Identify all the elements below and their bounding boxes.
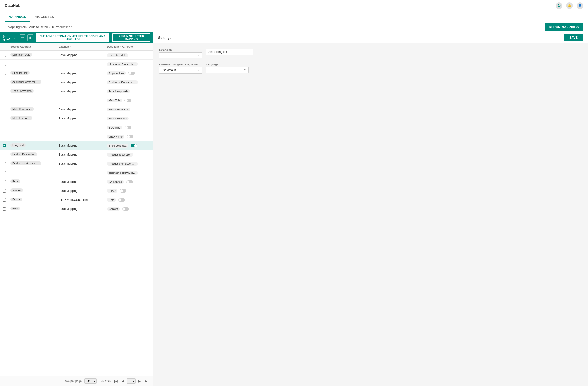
save-button[interactable]: SAVE (564, 34, 583, 41)
destination-attribute-pill: Content (107, 207, 120, 211)
back-arrow[interactable]: ‹ (5, 25, 6, 29)
row-checkbox[interactable] (3, 207, 6, 211)
extension-value: Basic Mapping (59, 90, 78, 93)
user-avatar[interactable]: 👤 (577, 2, 583, 9)
row-checkbox-cell (0, 170, 9, 175)
extension-cell (57, 100, 105, 101)
extension-value: Basic Mapping (59, 117, 78, 120)
source-attribute-pill: Tags / Keywords (10, 89, 34, 93)
destination-toggle[interactable] (127, 135, 133, 138)
destination-toggle[interactable] (122, 207, 129, 211)
source-attribute-cell: Long Text (9, 142, 57, 149)
extension-cell: Basic Mapping (57, 80, 105, 85)
extension-cell: ETLPIMToUCSBundleE (57, 197, 105, 203)
extension-label: Extension (159, 48, 202, 51)
table-header: Source Attribute Extension Destination A… (0, 43, 153, 51)
first-page-button[interactable]: |◀ (113, 379, 119, 383)
notification-icon[interactable]: 🔔 (566, 2, 573, 9)
table-row: Meta KeywordsBasic MappingMeta Keywords (0, 114, 153, 123)
row-checkbox[interactable] (3, 198, 6, 202)
rerun-mappings-button[interactable]: RERUN MAPPINGS (545, 23, 583, 31)
source-attribute-cell: Price (9, 178, 57, 185)
source-attribute-pill: Additional terms for sear (10, 80, 42, 84)
table-row: eBay Name (0, 132, 153, 141)
top-bar: DataHub ↻ 🔔 👤 (0, 0, 588, 11)
tab-processes[interactable]: PROCESSES (30, 13, 58, 22)
delete-button[interactable]: 🗑 (27, 34, 33, 41)
table-row: Product short descriptiorBasic MappingPr… (0, 159, 153, 168)
left-panel: (1 gewählt) ✏ 🗑 CUSTOM DESTINATION ATTRI… (0, 32, 153, 386)
app-title: DataHub (5, 3, 21, 8)
extension-cell (57, 63, 105, 65)
source-attribute-cell (9, 172, 57, 174)
source-attribute-pill: Long Text (10, 143, 26, 147)
row-checkbox[interactable] (3, 162, 6, 165)
destination-attribute-cell: Sets (105, 197, 153, 203)
source-attribute-cell: Meta Keywords (9, 115, 57, 122)
extension-value: Basic Mapping (59, 54, 78, 57)
row-checkbox[interactable] (3, 126, 6, 129)
extension-cell: Basic Mapping (57, 107, 105, 112)
tab-mappings[interactable]: MAPPINGS (5, 13, 30, 22)
row-checkbox[interactable] (3, 135, 6, 138)
destination-attribute-pill: Meta Title (107, 99, 122, 102)
row-checkbox[interactable] (3, 54, 6, 57)
prev-page-button[interactable]: ◀ (120, 379, 125, 383)
row-checkbox[interactable] (3, 117, 6, 120)
destination-toggle[interactable] (128, 72, 135, 75)
destination-attribute-pill: Supplier Link (107, 71, 126, 75)
table-row: PriceBasic MappingGrundpreis (0, 177, 153, 186)
destination-attribute-pill: Grundpreis (107, 180, 124, 184)
row-checkbox[interactable] (3, 144, 6, 147)
row-checkbox[interactable] (3, 108, 6, 111)
extension-cell: Basic Mapping (57, 161, 105, 166)
row-checkbox[interactable] (3, 180, 6, 183)
page-select[interactable]: 1 (127, 378, 136, 384)
extension-value: Basic Mapping (59, 81, 78, 84)
destination-toggle[interactable] (125, 126, 131, 129)
row-checkbox[interactable] (3, 171, 6, 174)
edit-button[interactable]: ✏ (20, 34, 25, 41)
shop-long-text-input[interactable]: Shop Long text (206, 48, 253, 55)
source-attribute-pill: Expiration Date (10, 53, 32, 57)
row-checkbox[interactable] (3, 63, 6, 66)
extension-cell: Basic Mapping (57, 188, 105, 193)
row-checkbox-cell (0, 179, 9, 184)
destination-toggle[interactable] (118, 198, 125, 202)
main-layout: (1 gewählt) ✏ 🗑 CUSTOM DESTINATION ATTRI… (0, 32, 588, 386)
row-checkbox[interactable] (3, 81, 6, 84)
destination-toggle[interactable] (126, 180, 133, 183)
destination-attribute-pill: alternative Product Name (107, 62, 138, 66)
row-checkbox[interactable] (3, 72, 6, 75)
extension-dropdown[interactable]: ▼ (159, 52, 202, 58)
rerun-selected-button[interactable]: RERUN SELECTED MAPPING (112, 33, 150, 42)
last-page-button[interactable]: ▶| (144, 379, 149, 383)
language-dropdown[interactable]: ▼ (206, 67, 249, 73)
language-field: Language ▼ (206, 63, 249, 73)
next-page-button[interactable]: ▶ (138, 379, 142, 383)
destination-toggle[interactable] (131, 144, 137, 147)
table-row: Supplier LinkBasic MappingSupplier Link (0, 69, 153, 78)
custom-dest-attr-button[interactable]: CUSTOM DESTINATION ATTRIBUTE SCOPE AND L… (36, 33, 109, 42)
rows-per-page-select[interactable]: 50 25 100 (84, 378, 97, 384)
destination-toggle[interactable] (125, 99, 131, 102)
destination-attribute-cell: Additional Keywords Sear (105, 80, 153, 85)
override-label: Override Changetrackingmode (159, 63, 202, 66)
col-header-checkbox (0, 44, 9, 49)
extension-value: Basic Mapping (59, 189, 78, 193)
pagination: Rows per page: 50 25 100 1-37 of 37 |◀ ◀… (0, 376, 153, 386)
row-checkbox[interactable] (3, 153, 6, 156)
spinner-icon[interactable]: ↻ (556, 2, 562, 9)
extension-cell: Basic Mapping (57, 143, 105, 148)
row-checkbox[interactable] (3, 189, 6, 193)
breadcrumb: ‹ Mapping from Shirts to RetailSuiteProd… (5, 25, 72, 29)
shop-long-text-field: Shop Long text (206, 48, 253, 55)
row-checkbox-cell (0, 206, 9, 212)
extension-cell: Basic Mapping (57, 179, 105, 184)
row-checkbox-cell (0, 71, 9, 76)
destination-toggle[interactable] (120, 189, 126, 193)
destination-attribute-pill: Shop Long text (107, 144, 128, 148)
row-checkbox[interactable] (3, 90, 6, 93)
row-checkbox[interactable] (3, 99, 6, 102)
override-dropdown[interactable]: use default ▼ (159, 67, 202, 74)
